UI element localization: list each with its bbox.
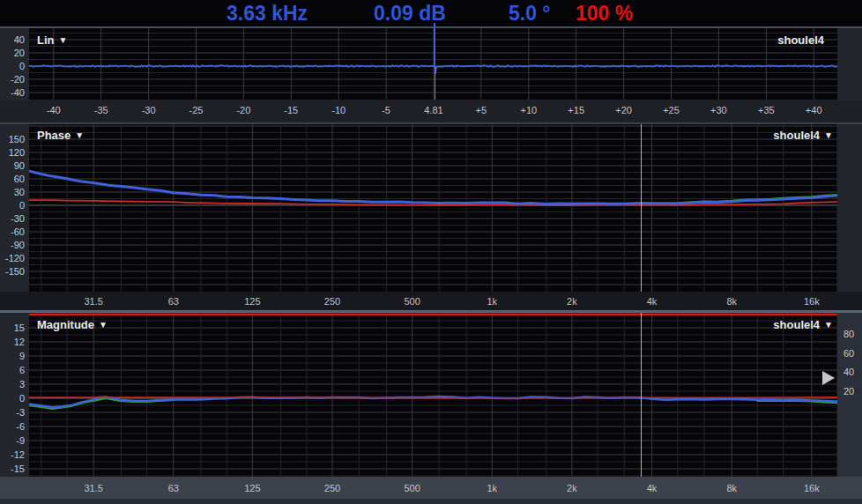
x-tick-label: +5 (476, 105, 487, 116)
x-tick-label: -40 (47, 105, 61, 116)
x-tick-label: -10 (331, 105, 346, 116)
phase-plot-area[interactable] (29, 124, 837, 292)
y-tick-label: -40 (0, 86, 25, 99)
y-tick-label: 150 (0, 133, 25, 145)
x-tick-label: 250 (324, 296, 340, 308)
x-tick-label: 4k (647, 483, 658, 494)
coherence-tick-label: 20 (843, 385, 854, 397)
magnitude-left-axis-gutter: 15129630-3-6-9-12-15 (0, 313, 29, 477)
x-tick-label: -20 (236, 105, 250, 116)
y-tick-label: 0 (0, 60, 25, 72)
x-tick-label: 250 (324, 483, 340, 494)
y-tick-label: 3 (0, 378, 25, 390)
x-tick-label: -35 (94, 105, 108, 116)
y-tick-label: 60 (0, 173, 25, 185)
x-tick-label: 8k (726, 483, 737, 494)
y-tick-label: 15 (0, 322, 25, 334)
magnitude-view-menu[interactable]: Magnitude▼ (37, 318, 108, 331)
shoulel4-mag-red (29, 397, 837, 398)
x-tick-label: -15 (284, 105, 298, 116)
y-tick-label: 9 (0, 350, 25, 362)
x-tick-label: 4k (647, 296, 658, 308)
dropdown-arrow-icon: ▼ (59, 35, 68, 45)
y-tick-label: -6 (0, 420, 25, 433)
x-tick-label: 125 (244, 483, 260, 494)
x-tick-label: 2k (567, 483, 577, 494)
y-tick-label: 30 (0, 186, 25, 198)
y-tick-label: 20 (0, 47, 25, 59)
x-tick-label: 8k (726, 296, 737, 308)
x-tick-label: +40 (806, 105, 822, 116)
phase-chart (29, 124, 837, 292)
y-tick-label: -150 (0, 265, 25, 278)
dropdown-arrow-icon: ▼ (824, 320, 833, 330)
impulse-x-axis-strip: -40-35-30-25-20-15-10-54.81+5+10+15+20+2… (0, 100, 862, 122)
x-tick-label: 500 (404, 483, 420, 494)
y-tick-label: 0 (0, 199, 25, 211)
phase-view-menu[interactable]: Phase▼ (37, 129, 84, 142)
x-tick-label: +25 (663, 105, 680, 116)
y-tick-label: 12 (0, 336, 25, 348)
impulse-left-axis-gutter: 40200-20-40 (0, 28, 29, 100)
phase-left-axis-gutter: 1501209060300-30-60-90-120-150 (0, 124, 29, 292)
impulse-view-menu-label: Lin (37, 33, 55, 47)
x-tick-label: +15 (568, 105, 584, 116)
y-tick-label: -9 (0, 434, 25, 447)
impulse-peak-spike (434, 23, 435, 67)
dropdown-arrow-icon: ▼ (824, 130, 833, 140)
x-tick-label: 500 (404, 296, 420, 308)
coherence-right-axis-gutter: 80604020 (837, 313, 862, 477)
bottom-strip (0, 499, 862, 504)
cursor-frequency-readout: 3.63 kHz (227, 2, 308, 26)
y-tick-label: 6 (0, 364, 25, 376)
delay-locator-line[interactable] (435, 67, 435, 100)
y-tick-label: 120 (0, 146, 25, 159)
x-tick-label: +10 (520, 105, 537, 116)
x-tick-label: +20 (615, 105, 632, 116)
magnitude-view-menu-label: Magnitude (37, 318, 94, 331)
magnitude-trace-menu[interactable]: shoulel4▼ (657, 318, 833, 331)
analyzer-window: 3.63 kHz 0.09 dB 5.0 ° 100 % 40200-20-40… (0, 0, 862, 504)
y-tick-label: -15 (0, 463, 25, 475)
phase-x-axis-strip: 31.5631252505001k2k4k8k16k (0, 292, 862, 310)
impulse-right-gutter (837, 28, 862, 100)
x-tick-label: 63 (168, 296, 179, 308)
x-tick-label: 31.5 (84, 483, 102, 494)
x-tick-label: +35 (758, 105, 775, 116)
y-tick-label: 40 (0, 33, 25, 46)
impulse-view-menu[interactable]: Lin▼ (37, 33, 67, 47)
x-tick-label: 4.81 (424, 105, 442, 116)
phase-trace-menu[interactable]: shoulel4▼ (657, 129, 833, 142)
x-tick-label: -30 (142, 105, 156, 116)
x-tick-label: -5 (382, 105, 390, 116)
coherence-tick-label: 60 (843, 347, 854, 359)
phase-right-gutter (837, 124, 862, 292)
coherence-tick-label: 80 (843, 328, 854, 340)
magnitude-x-axis-strip: 31.5631252505001k2k4k8k16k (0, 477, 862, 499)
magnitude-cursor-line[interactable] (641, 313, 642, 477)
x-tick-label: 2k (567, 296, 577, 308)
phase-view-menu-label: Phase (37, 129, 71, 142)
y-tick-label: -20 (0, 73, 25, 85)
x-tick-label: 31.5 (84, 296, 102, 308)
y-tick-label: 0 (0, 392, 25, 404)
y-tick-label: -90 (0, 239, 25, 251)
x-tick-label: 16k (804, 296, 820, 308)
x-tick-label: 125 (244, 296, 260, 308)
x-tick-label: -25 (189, 105, 204, 116)
cursor-coherence-readout: 100 % (576, 2, 633, 26)
coherence-threshold-handle[interactable] (822, 371, 835, 385)
x-tick-label: 16k (804, 483, 820, 494)
x-tick-label: 63 (168, 483, 179, 494)
x-tick-label: +30 (710, 105, 727, 116)
magnitude-plot-area[interactable] (29, 313, 837, 477)
y-tick-label: -3 (0, 406, 25, 419)
cursor-level-readout: 0.09 dB (374, 2, 446, 26)
y-tick-label: -30 (0, 212, 25, 225)
y-tick-label: -60 (0, 226, 25, 238)
magnitude-chart (29, 313, 837, 477)
readout-bar: 3.63 kHz 0.09 dB 5.0 ° 100 % (0, 0, 862, 26)
cursor-phase-readout: 5.0 ° (509, 2, 551, 26)
phase-cursor-line[interactable] (641, 124, 642, 292)
impulse-trace-name: shoulel4 (648, 33, 824, 47)
